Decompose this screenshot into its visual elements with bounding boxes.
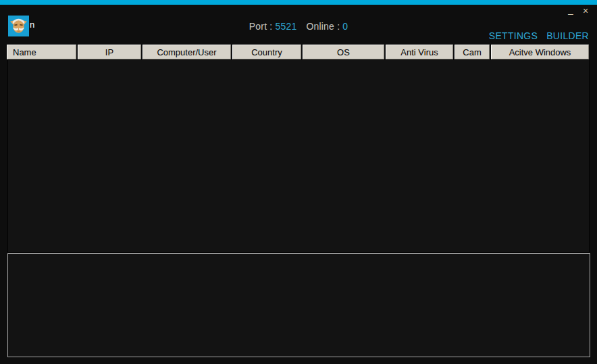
window-controls: – × — [565, 5, 591, 17]
app-window: – × n Port :5521Online :0 SETTINGS BUILD… — [0, 0, 597, 364]
column-header-active-windows[interactable]: Acitve Windows — [491, 45, 589, 59]
top-accent-bar — [0, 0, 597, 5]
online-count: 0 — [342, 21, 348, 32]
column-header-computer-user[interactable]: Computer/User — [142, 45, 231, 59]
builder-link[interactable]: BUILDER — [546, 30, 589, 41]
top-nav: SETTINGS BUILDER — [489, 30, 589, 41]
clients-list-area[interactable] — [7, 59, 590, 253]
port-label: Port : — [249, 21, 273, 32]
close-button[interactable]: × — [580, 5, 591, 17]
column-header-cam[interactable]: Cam — [455, 45, 490, 59]
column-header-ip[interactable]: IP — [78, 45, 141, 59]
column-header-antivirus[interactable]: Anti Virus — [386, 45, 453, 59]
column-header-os[interactable]: OS — [303, 45, 384, 59]
column-header-name[interactable]: Name — [7, 45, 76, 59]
log-panel[interactable] — [7, 253, 590, 357]
online-label: Online : — [306, 21, 340, 32]
settings-link[interactable]: SETTINGS — [489, 30, 538, 41]
table-header-row: Name IP Computer/User Country OS Anti Vi… — [7, 45, 589, 59]
port-value: 5521 — [275, 21, 296, 32]
column-header-country[interactable]: Country — [232, 45, 301, 59]
minimize-button[interactable]: – — [565, 5, 576, 17]
